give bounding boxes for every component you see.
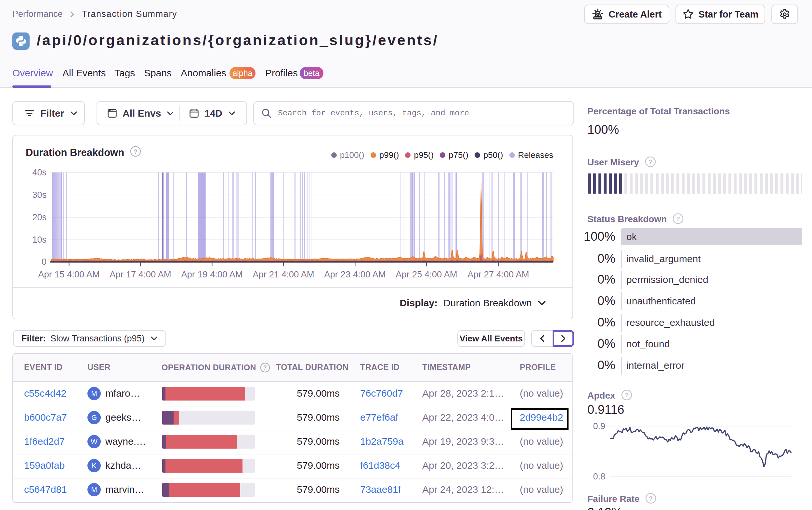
svg-text:30s: 30s (32, 190, 47, 200)
svg-text:40s: 40s (32, 168, 47, 177)
svg-text:?: ? (648, 158, 652, 166)
svg-text:10s: 10s (32, 235, 47, 245)
svg-text:0.8: 0.8 (593, 472, 605, 481)
svg-text:Apr 23 4:00 AM: Apr 23 4:00 AM (324, 269, 386, 279)
svg-text:0.9: 0.9 (593, 421, 605, 431)
svg-text:Apr 27 4:00 AM: Apr 27 4:00 AM (467, 269, 529, 279)
svg-text:?: ? (676, 215, 680, 222)
svg-text:Apr 15 4:00 AM: Apr 15 4:00 AM (38, 269, 100, 279)
svg-text:?: ? (263, 364, 267, 371)
svg-text:20s: 20s (32, 212, 47, 222)
svg-text:0: 0 (41, 257, 47, 267)
svg-text:?: ? (649, 495, 653, 502)
svg-text:Apr 21 4:00 AM: Apr 21 4:00 AM (253, 269, 314, 279)
svg-text:Apr 17 4:00 AM: Apr 17 4:00 AM (110, 269, 171, 279)
svg-text:Apr 25 4:00 AM: Apr 25 4:00 AM (396, 269, 457, 279)
svg-text:Apr 19 4:00 AM: Apr 19 4:00 AM (181, 269, 243, 279)
